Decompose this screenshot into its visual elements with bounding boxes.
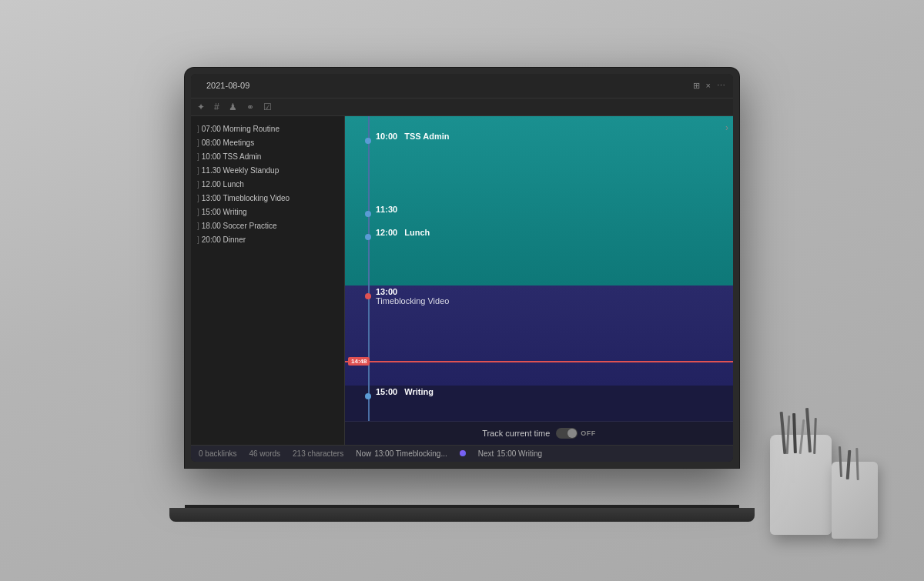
timeline-block-tss[interactable]: 10:00 TSS Admin: [376, 132, 727, 141]
toolbar-icon-2[interactable]: #: [214, 102, 219, 112]
task-text: 20:00 Dinner: [202, 235, 246, 245]
track-time-label: Track current time: [482, 429, 550, 438]
status-bar: 0 backlinks 46 words 213 characters Now …: [191, 445, 733, 462]
laptop: 2021-08-09 ⊞ × ⋯ ✦ # ♟ ⚭ ☑: [169, 68, 755, 545]
app-window: 2021-08-09 ⊞ × ⋯ ✦ # ♟ ⚭ ☑: [191, 74, 733, 462]
track-time-section: Track current time OFF: [345, 421, 733, 445]
backlinks-count: 0 backlinks: [199, 449, 236, 458]
bullet: ]: [197, 124, 199, 135]
word-count: 46 words: [249, 449, 280, 458]
laptop-bezel: 2021-08-09 ⊞ × ⋯ ✦ # ♟ ⚭ ☑: [185, 68, 739, 468]
task-text: 13:00 Timeblocking Video: [202, 193, 290, 204]
title-bar: 2021-08-09 ⊞ × ⋯: [191, 74, 733, 99]
timeline-line: [368, 116, 370, 421]
title-actions: ⊞ × ⋯: [693, 81, 725, 91]
bullet: ]: [197, 165, 199, 176]
pen-holder-small: [832, 462, 878, 539]
toolbar-icon-3[interactable]: ♟: [229, 102, 237, 112]
time-dot-lunch: [365, 234, 371, 240]
list-item[interactable]: ] 07:00 Morning Routine: [194, 122, 341, 136]
timeline-block-standup[interactable]: 11:30: [376, 205, 727, 214]
toolbar-icon-1[interactable]: ✦: [197, 102, 205, 112]
app-toolbar: ✦ # ♟ ⚭ ☑: [191, 99, 733, 116]
next-task: 15:00 Writing: [497, 449, 542, 458]
time-dot-writing: [365, 393, 371, 399]
bullet: ]: [197, 138, 199, 149]
timeline-block-timeblocking[interactable]: 13:00 Timeblocking Video: [376, 287, 727, 306]
timeline-panel: › 10:00 TSS Admin 11:30: [345, 116, 733, 445]
bullet: ]: [197, 221, 199, 232]
list-item[interactable]: ] 20:00 Dinner: [194, 233, 341, 247]
toggle-track: [556, 428, 578, 439]
laptop-screen: 2021-08-09 ⊞ × ⋯ ✦ # ♟ ⚭ ☑: [191, 74, 733, 462]
timeline-block-lunch[interactable]: 12:00 Lunch: [376, 228, 727, 237]
list-item[interactable]: ] 13:00 Timeblocking Video: [194, 192, 341, 205]
status-dot-icon: [460, 450, 466, 456]
task-text: 12.00 Lunch: [202, 179, 244, 190]
current-task-status: Now 13:00 Timeblocking...: [356, 449, 447, 458]
time-dot-standup: [365, 211, 371, 217]
bullet: ]: [197, 235, 199, 245]
next-label: Next: [478, 449, 494, 458]
task-list: ] 07:00 Morning Routine ] 08:00 Meetings…: [191, 116, 345, 445]
list-item[interactable]: ] 12.00 Lunch: [194, 178, 341, 192]
task-text: 08:00 Meetings: [202, 138, 254, 149]
current-time-indicator: 14:48: [345, 361, 733, 362]
chevron-right-icon[interactable]: ›: [725, 122, 728, 133]
toolbar-icon-5[interactable]: ☑: [263, 102, 272, 112]
toolbar-icon-4[interactable]: ⚭: [246, 102, 254, 112]
toggle-state-label: OFF: [581, 429, 596, 437]
timeline-block-writing[interactable]: 15:00 Writing: [376, 387, 727, 396]
current-time-label: 14:48: [348, 357, 370, 366]
list-item[interactable]: ] 11.30 Weekly Standup: [194, 164, 341, 178]
task-text: 11.30 Weekly Standup: [202, 165, 279, 176]
teal-time-block: [345, 116, 733, 285]
close-icon[interactable]: ×: [706, 81, 711, 90]
task-text: 07:00 Morning Routine: [202, 124, 280, 135]
content-area: ] 07:00 Morning Routine ] 08:00 Meetings…: [191, 116, 733, 445]
window-title: 2021-08-09: [206, 81, 693, 90]
bullet: ]: [197, 207, 199, 218]
bullet: ]: [197, 152, 199, 162]
bullet: ]: [197, 193, 199, 204]
time-dot-tss: [365, 138, 371, 144]
next-task-status: Next 15:00 Writing: [478, 449, 542, 458]
task-text: 18.00 Soccer Practice: [202, 221, 277, 232]
task-text: 10:00 TSS Admin: [202, 152, 262, 162]
bullet: ]: [197, 179, 199, 190]
toggle-switch[interactable]: OFF: [556, 428, 596, 439]
more-icon[interactable]: ⋯: [717, 81, 725, 91]
list-item[interactable]: ] 10:00 TSS Admin: [194, 150, 341, 164]
now-label: Now: [356, 449, 371, 458]
time-dot-timeblocking: [365, 293, 371, 299]
list-item[interactable]: ] 08:00 Meetings: [194, 136, 341, 150]
pen-holder-large: [770, 435, 832, 535]
list-item[interactable]: ] 18.00 Soccer Practice: [194, 219, 341, 233]
char-count: 213 characters: [293, 449, 343, 458]
toggle-thumb: [567, 429, 577, 438]
grid-icon[interactable]: ⊞: [693, 81, 700, 91]
task-text: 15:00 Writing: [202, 207, 247, 218]
now-task: 13:00 Timeblocking...: [374, 449, 447, 458]
list-item[interactable]: ] 15:00 Writing: [194, 205, 341, 219]
laptop-base: [169, 508, 755, 522]
